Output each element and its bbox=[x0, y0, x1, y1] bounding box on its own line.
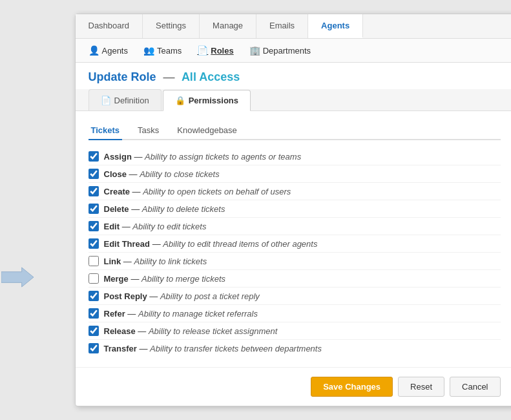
page-title-role: All Access bbox=[182, 70, 240, 83]
departments-icon: 🏢 bbox=[249, 45, 260, 56]
permission-checkbox-merge[interactable] bbox=[89, 273, 99, 284]
permission-item: Close — Ability to close tickets bbox=[89, 165, 501, 183]
content-tabs: Tickets Tasks Knowledgebase bbox=[89, 121, 501, 140]
permission-label-transfer[interactable]: Transfer — Ability to transfer tickets b… bbox=[104, 344, 322, 353]
permission-checkbox-transfer[interactable] bbox=[89, 343, 99, 353]
permission-checkbox-link[interactable] bbox=[89, 256, 99, 266]
permission-item: Merge — Ability to merge tickets bbox=[89, 270, 501, 288]
nav-item-settings[interactable]: Settings bbox=[143, 14, 200, 38]
subnav-teams[interactable]: 👥 Teams bbox=[141, 44, 184, 57]
content-tab-tasks[interactable]: Tasks bbox=[135, 121, 162, 140]
permission-label-delete[interactable]: Delete — Ability to delete tickets bbox=[104, 204, 225, 214]
agents-icon: 👤 bbox=[89, 45, 99, 56]
permission-label-close[interactable]: Close — Ability to close tickets bbox=[104, 169, 220, 179]
page-title-dash: — bbox=[163, 70, 175, 83]
permission-item: Transfer — Ability to transfer tickets b… bbox=[89, 340, 501, 357]
permission-label-merge[interactable]: Merge — Ability to merge tickets bbox=[104, 274, 226, 284]
permission-list: Assign — Ability to assign tickets to ag… bbox=[89, 148, 501, 357]
permission-item: Release — Ability to release ticket assi… bbox=[89, 322, 501, 340]
nav-item-dashboard[interactable]: Dashboard bbox=[76, 14, 143, 38]
nav-item-manage[interactable]: Manage bbox=[200, 14, 256, 38]
permission-checkbox-delete[interactable] bbox=[89, 204, 99, 214]
sub-nav: 👤 Agents 👥 Teams 📄 Roles 🏢 Departments bbox=[76, 39, 512, 63]
content-area: Tickets Tasks Knowledgebase Assign — Abi… bbox=[76, 111, 512, 367]
permission-label-post-reply[interactable]: Post Reply — Ability to post a ticket re… bbox=[104, 291, 260, 301]
permission-item: Create — Ability to open tickets on beha… bbox=[89, 183, 501, 200]
nav-item-emails[interactable]: Emails bbox=[256, 14, 308, 38]
teams-icon: 👥 bbox=[143, 45, 154, 56]
subnav-roles[interactable]: 📄 Roles bbox=[194, 44, 236, 57]
content-tab-tickets[interactable]: Tickets bbox=[89, 121, 123, 140]
permission-label-assign[interactable]: Assign — Ability to assign tickets to ag… bbox=[104, 152, 302, 162]
permission-item: Assign — Ability to assign tickets to ag… bbox=[89, 148, 501, 165]
section-tabs: 📄 Definition 🔒 Permissions bbox=[76, 89, 512, 111]
permission-label-create[interactable]: Create — Ability to open tickets on beha… bbox=[104, 187, 291, 196]
permission-label-release[interactable]: Release — Ability to release ticket assi… bbox=[104, 326, 278, 336]
lock-icon: 🔒 bbox=[175, 96, 185, 105]
page-title-prefix: Update Role bbox=[89, 70, 156, 83]
pointer-arrow bbox=[0, 266, 36, 289]
tab-definition[interactable]: 📄 Definition bbox=[89, 89, 162, 110]
subnav-agents[interactable]: 👤 Agents bbox=[86, 44, 130, 57]
permission-checkbox-release[interactable] bbox=[89, 326, 99, 336]
permission-checkbox-edit[interactable] bbox=[89, 221, 99, 231]
permission-item: Refer — Ability to manage ticket referra… bbox=[89, 305, 501, 322]
page-title: Update Role — All Access bbox=[89, 70, 501, 84]
top-nav: Dashboard Settings Manage Emails Agents bbox=[76, 14, 512, 39]
save-changes-button[interactable]: Save Changes bbox=[311, 377, 393, 397]
reset-button[interactable]: Reset bbox=[398, 377, 444, 397]
permission-item: Edit Thread — Ability to edit thread ite… bbox=[89, 235, 501, 253]
definition-icon: 📄 bbox=[101, 96, 111, 105]
permission-label-edit[interactable]: Edit — Ability to edit tickets bbox=[104, 222, 207, 231]
permission-checkbox-create[interactable] bbox=[89, 186, 99, 196]
permission-checkbox-refer[interactable] bbox=[89, 308, 99, 319]
permission-item: Post Reply — Ability to post a ticket re… bbox=[89, 288, 501, 305]
permission-checkbox-post-reply[interactable] bbox=[89, 291, 99, 301]
svg-marker-0 bbox=[1, 268, 34, 287]
nav-item-agents[interactable]: Agents bbox=[308, 14, 363, 38]
permission-checkbox-close[interactable] bbox=[89, 169, 99, 179]
cancel-button[interactable]: Cancel bbox=[450, 377, 500, 397]
permission-item: Delete — Ability to delete tickets bbox=[89, 200, 501, 218]
permission-label-refer[interactable]: Refer — Ability to manage ticket referra… bbox=[104, 309, 258, 319]
permission-label-link[interactable]: Link — Ability to link tickets bbox=[104, 257, 207, 266]
page-title-section: Update Role — All Access bbox=[76, 63, 512, 89]
permission-item: Edit — Ability to edit tickets bbox=[89, 218, 501, 235]
tab-permissions[interactable]: 🔒 Permissions bbox=[163, 90, 251, 111]
subnav-departments[interactable]: 🏢 Departments bbox=[247, 44, 313, 57]
permission-checkbox-assign[interactable] bbox=[89, 151, 99, 162]
roles-icon: 📄 bbox=[197, 45, 208, 56]
permission-item: Link — Ability to link tickets bbox=[89, 253, 501, 270]
permission-label-edit-thread[interactable]: Edit Thread — Ability to edit thread ite… bbox=[104, 239, 318, 249]
main-window: Dashboard Settings Manage Emails Agents … bbox=[75, 14, 512, 406]
footer: Save Changes Reset Cancel bbox=[76, 367, 512, 406]
content-tab-knowledgebase[interactable]: Knowledgebase bbox=[174, 121, 240, 140]
permission-checkbox-edit-thread[interactable] bbox=[89, 238, 99, 249]
